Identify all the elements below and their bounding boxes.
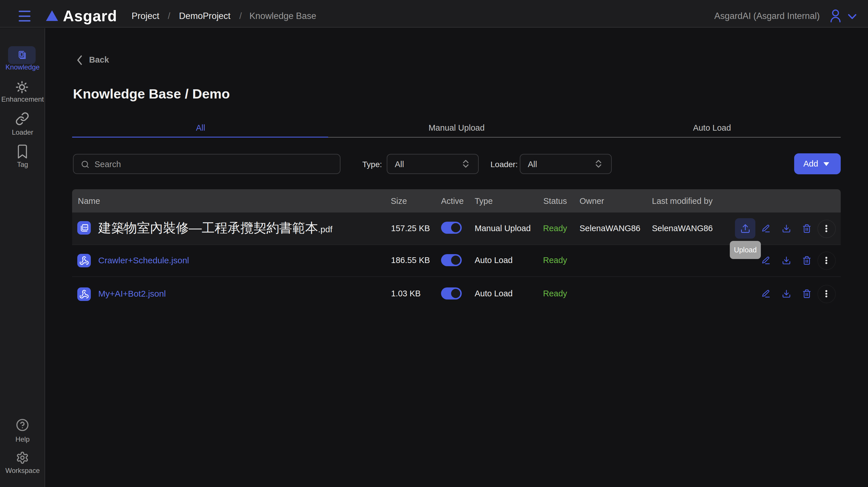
svg-text:PDF: PDF — [83, 226, 87, 228]
